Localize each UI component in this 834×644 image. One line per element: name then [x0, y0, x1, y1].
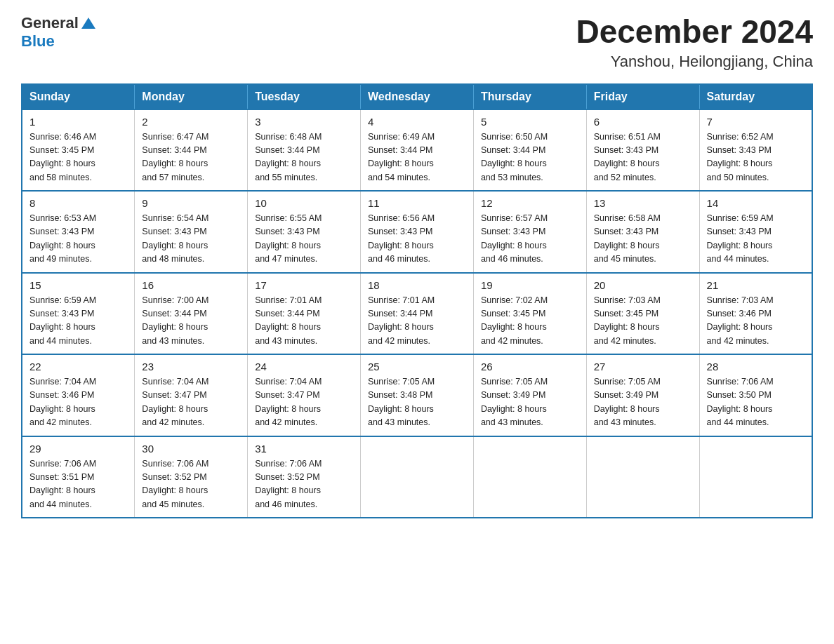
logo-general-text: General: [21, 14, 79, 32]
calendar-day-cell: 25Sunrise: 7:05 AMSunset: 3:48 PMDayligh…: [361, 354, 474, 436]
calendar-day-cell: 13Sunrise: 6:58 AMSunset: 3:43 PMDayligh…: [586, 191, 699, 273]
day-info: Sunrise: 7:04 AMSunset: 3:46 PMDaylight:…: [29, 375, 127, 430]
calendar-day-cell: 3Sunrise: 6:48 AMSunset: 3:44 PMDaylight…: [248, 109, 361, 192]
calendar-day-cell: 8Sunrise: 6:53 AMSunset: 3:43 PMDaylight…: [22, 191, 135, 273]
day-number: 27: [594, 361, 692, 373]
calendar-day-cell: 31Sunrise: 7:06 AMSunset: 3:52 PMDayligh…: [248, 436, 361, 518]
calendar-week-row: 29Sunrise: 7:06 AMSunset: 3:51 PMDayligh…: [22, 436, 812, 518]
day-number: 2: [142, 116, 240, 128]
calendar-day-cell: 11Sunrise: 6:56 AMSunset: 3:43 PMDayligh…: [361, 191, 474, 273]
day-number: 16: [142, 279, 240, 291]
calendar-day-cell: 9Sunrise: 6:54 AMSunset: 3:43 PMDaylight…: [135, 191, 248, 273]
day-info: Sunrise: 6:50 AMSunset: 3:44 PMDaylight:…: [481, 130, 579, 185]
day-number: 30: [142, 443, 240, 455]
day-info: Sunrise: 7:02 AMSunset: 3:45 PMDaylight:…: [481, 294, 579, 349]
day-info: Sunrise: 7:05 AMSunset: 3:49 PMDaylight:…: [481, 375, 579, 430]
day-info: Sunrise: 7:03 AMSunset: 3:45 PMDaylight:…: [594, 294, 692, 349]
page-subtitle: Yanshou, Heilongjiang, China: [576, 53, 813, 71]
day-number: 6: [594, 116, 692, 128]
day-number: 25: [368, 361, 466, 373]
day-number: 3: [255, 116, 353, 128]
day-info: Sunrise: 6:57 AMSunset: 3:43 PMDaylight:…: [481, 212, 579, 267]
day-info: Sunrise: 6:58 AMSunset: 3:43 PMDaylight:…: [594, 212, 692, 267]
header-wednesday: Wednesday: [361, 84, 474, 109]
calendar-day-cell: 17Sunrise: 7:01 AMSunset: 3:44 PMDayligh…: [248, 273, 361, 355]
day-number: 7: [707, 116, 805, 128]
page-title: December 2024: [576, 14, 813, 50]
calendar-day-cell: [699, 436, 812, 518]
day-number: 15: [29, 279, 127, 291]
day-info: Sunrise: 6:53 AMSunset: 3:43 PMDaylight:…: [29, 212, 127, 267]
day-info: Sunrise: 7:04 AMSunset: 3:47 PMDaylight:…: [255, 375, 353, 430]
day-number: 21: [707, 279, 805, 291]
day-info: Sunrise: 6:46 AMSunset: 3:45 PMDaylight:…: [29, 130, 127, 185]
day-number: 1: [29, 116, 127, 128]
day-number: 10: [255, 197, 353, 209]
day-number: 23: [142, 361, 240, 373]
day-number: 11: [368, 197, 466, 209]
calendar-day-cell: 15Sunrise: 6:59 AMSunset: 3:43 PMDayligh…: [22, 273, 135, 355]
day-info: Sunrise: 6:49 AMSunset: 3:44 PMDaylight:…: [368, 130, 466, 185]
calendar-day-cell: 4Sunrise: 6:49 AMSunset: 3:44 PMDaylight…: [361, 109, 474, 192]
day-number: 26: [481, 361, 579, 373]
header-saturday: Saturday: [699, 84, 812, 109]
day-number: 28: [707, 361, 805, 373]
day-number: 22: [29, 361, 127, 373]
page-header: General Blue December 2024 Yanshou, Heil…: [21, 14, 813, 71]
day-info: Sunrise: 6:59 AMSunset: 3:43 PMDaylight:…: [707, 212, 805, 267]
day-info: Sunrise: 6:47 AMSunset: 3:44 PMDaylight:…: [142, 130, 240, 185]
logo-arrow-icon: [81, 16, 96, 30]
day-info: Sunrise: 7:01 AMSunset: 3:44 PMDaylight:…: [368, 294, 466, 349]
day-number: 17: [255, 279, 353, 291]
calendar-day-cell: 2Sunrise: 6:47 AMSunset: 3:44 PMDaylight…: [135, 109, 248, 192]
day-info: Sunrise: 7:06 AMSunset: 3:50 PMDaylight:…: [707, 375, 805, 430]
day-info: Sunrise: 7:06 AMSunset: 3:52 PMDaylight:…: [142, 457, 240, 512]
header-sunday: Sunday: [22, 84, 135, 109]
calendar-day-cell: 18Sunrise: 7:01 AMSunset: 3:44 PMDayligh…: [361, 273, 474, 355]
calendar-header-row: Sunday Monday Tuesday Wednesday Thursday…: [22, 84, 812, 109]
calendar-day-cell: 23Sunrise: 7:04 AMSunset: 3:47 PMDayligh…: [135, 354, 248, 436]
calendar-day-cell: 10Sunrise: 6:55 AMSunset: 3:43 PMDayligh…: [248, 191, 361, 273]
header-thursday: Thursday: [473, 84, 586, 109]
calendar-week-row: 22Sunrise: 7:04 AMSunset: 3:46 PMDayligh…: [22, 354, 812, 436]
calendar-day-cell: [586, 436, 699, 518]
day-info: Sunrise: 7:05 AMSunset: 3:48 PMDaylight:…: [368, 375, 466, 430]
day-info: Sunrise: 6:56 AMSunset: 3:43 PMDaylight:…: [368, 212, 466, 267]
calendar-day-cell: 21Sunrise: 7:03 AMSunset: 3:46 PMDayligh…: [699, 273, 812, 355]
calendar-week-row: 8Sunrise: 6:53 AMSunset: 3:43 PMDaylight…: [22, 191, 812, 273]
day-number: 13: [594, 197, 692, 209]
calendar-day-cell: 12Sunrise: 6:57 AMSunset: 3:43 PMDayligh…: [473, 191, 586, 273]
calendar-day-cell: 29Sunrise: 7:06 AMSunset: 3:51 PMDayligh…: [22, 436, 135, 518]
calendar-day-cell: [473, 436, 586, 518]
calendar-day-cell: 30Sunrise: 7:06 AMSunset: 3:52 PMDayligh…: [135, 436, 248, 518]
day-info: Sunrise: 7:06 AMSunset: 3:52 PMDaylight:…: [255, 457, 353, 512]
calendar-day-cell: [361, 436, 474, 518]
calendar-day-cell: 6Sunrise: 6:51 AMSunset: 3:43 PMDaylight…: [586, 109, 699, 192]
logo: General Blue: [21, 14, 96, 51]
header-monday: Monday: [135, 84, 248, 109]
day-info: Sunrise: 6:59 AMSunset: 3:43 PMDaylight:…: [29, 294, 127, 349]
day-number: 9: [142, 197, 240, 209]
day-number: 31: [255, 443, 353, 455]
day-info: Sunrise: 6:48 AMSunset: 3:44 PMDaylight:…: [255, 130, 353, 185]
svg-marker-0: [81, 18, 95, 29]
day-info: Sunrise: 6:52 AMSunset: 3:43 PMDaylight:…: [707, 130, 805, 185]
day-number: 4: [368, 116, 466, 128]
day-number: 20: [594, 279, 692, 291]
calendar-day-cell: 1Sunrise: 6:46 AMSunset: 3:45 PMDaylight…: [22, 109, 135, 192]
calendar-week-row: 15Sunrise: 6:59 AMSunset: 3:43 PMDayligh…: [22, 273, 812, 355]
day-info: Sunrise: 7:06 AMSunset: 3:51 PMDaylight:…: [29, 457, 127, 512]
day-number: 24: [255, 361, 353, 373]
calendar-week-row: 1Sunrise: 6:46 AMSunset: 3:45 PMDaylight…: [22, 109, 812, 192]
day-info: Sunrise: 7:03 AMSunset: 3:46 PMDaylight:…: [707, 294, 805, 349]
day-number: 12: [481, 197, 579, 209]
calendar-day-cell: 19Sunrise: 7:02 AMSunset: 3:45 PMDayligh…: [473, 273, 586, 355]
day-number: 5: [481, 116, 579, 128]
calendar-day-cell: 14Sunrise: 6:59 AMSunset: 3:43 PMDayligh…: [699, 191, 812, 273]
calendar-day-cell: 22Sunrise: 7:04 AMSunset: 3:46 PMDayligh…: [22, 354, 135, 436]
calendar-day-cell: 27Sunrise: 7:05 AMSunset: 3:49 PMDayligh…: [586, 354, 699, 436]
calendar-day-cell: 28Sunrise: 7:06 AMSunset: 3:50 PMDayligh…: [699, 354, 812, 436]
day-number: 19: [481, 279, 579, 291]
calendar-day-cell: 7Sunrise: 6:52 AMSunset: 3:43 PMDaylight…: [699, 109, 812, 192]
calendar-table: Sunday Monday Tuesday Wednesday Thursday…: [21, 83, 813, 519]
